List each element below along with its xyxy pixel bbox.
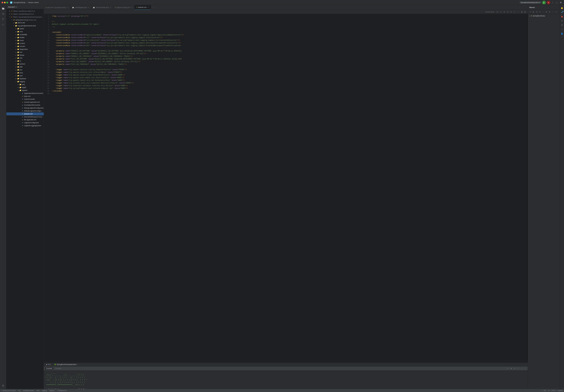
right-notifications-icon[interactable]: 🔔: [560, 6, 564, 10]
maven-reload-button[interactable]: ↺: [529, 10, 532, 13]
activity-extensions-icon[interactable]: ⊞: [1, 383, 6, 388]
tree-item-jar[interactable]: 🗃 spring-boot-3.3.0.jar library root: [6, 18, 44, 21]
tree-item-info[interactable]: 📁 info: [6, 57, 44, 60]
search-button[interactable]: ⌕: [555, 1, 558, 4]
clear-console-button[interactable]: ⊘: [513, 367, 516, 370]
tree-item-appnameconv[interactable]: ● ApplicationNameConverter: [6, 92, 44, 95]
restart-button[interactable]: ↺: [506, 367, 509, 370]
maven-collapse-button[interactable]: ⊟: [548, 10, 551, 13]
tree-item-io[interactable]: 📁 io: [6, 60, 44, 63]
close-button[interactable]: [2, 2, 3, 3]
actuator-tab[interactable]: Actuator: [54, 367, 63, 370]
tree-item-fileappender[interactable]: ◇ file-appender.xml: [6, 118, 44, 121]
encoding-item[interactable]: UTF-8: [551, 390, 555, 391]
tree-item-colorconv[interactable]: ● ColorConverter: [6, 98, 44, 101]
tree-item-maven1[interactable]: m Maven: org.slf4j:jul-to-slf4j:2.0.13: [6, 10, 44, 13]
tree-item-builder[interactable]: 📁 builder: [6, 36, 44, 39]
run-button[interactable]: ▶: [542, 1, 546, 4]
tab-defaultsxml[interactable]: ◇ defaults.xml ✕: [135, 5, 151, 10]
more-button[interactable]: ⋮: [517, 10, 520, 13]
tree-item-cloud[interactable]: 📁 cloud: [6, 39, 44, 42]
tree-item-diagnostics[interactable]: 📁 diagnostics: [6, 48, 44, 51]
tree-item-java[interactable]: 📁 java: [6, 83, 44, 86]
run-close-icon[interactable]: ✕: [77, 364, 78, 365]
activity-folder-icon[interactable]: [1, 6, 6, 11]
tab-pomxml[interactable]: ◇ pom.xml (SpringBootStudy) ✕: [44, 5, 70, 10]
more-tabs-button[interactable]: ⋮: [152, 6, 155, 9]
stop-button[interactable]: ■: [547, 1, 550, 4]
maven-tree[interactable]: ▶ m SpringBootStudy: [528, 14, 560, 389]
right-run-icon[interactable]: ●: [560, 10, 564, 14]
unfold-all-button[interactable]: ⊕: [503, 10, 506, 13]
settings-button[interactable]: ⚙: [559, 1, 562, 4]
more-options-button[interactable]: ⋮: [551, 1, 554, 4]
maximize-button[interactable]: [6, 2, 8, 3]
maven-run-button[interactable]: ▶: [532, 10, 535, 13]
sidebar-tree[interactable]: m Maven: org.slf4j:jul-to-slf4j:2.0.13 m…: [6, 9, 44, 389]
tree-item-maven3[interactable]: m Maven: org.springframework.boot:spring…: [6, 15, 44, 18]
tree-item-metainf[interactable]: 📁 META-INF: [6, 21, 44, 24]
tree-item-jms[interactable]: 📁 jms: [6, 68, 44, 71]
next-button[interactable]: ▶: [524, 10, 527, 13]
toggle-reader-mode-button[interactable]: ⊞: [496, 10, 499, 13]
maven-settings-button[interactable]: ⚙: [535, 10, 538, 13]
activity-search-icon[interactable]: [1, 12, 6, 16]
spring-run-tab[interactable]: 🌿 SpringBootStudyApplication ✕: [53, 363, 80, 366]
maven-refresh-button[interactable]: ⟳: [538, 10, 541, 13]
prev-button[interactable]: ◀: [520, 10, 523, 13]
right-terminal-icon[interactable]: ⊞: [560, 19, 564, 23]
tree-item-logging[interactable]: 📁 logging: [6, 80, 44, 83]
console-tab[interactable]: Console: [45, 367, 54, 370]
app-name[interactable]: SpringBootStudy: [13, 2, 25, 3]
tree-item-defaultsxml[interactable]: ◇ defaults.xml: [6, 112, 44, 115]
maven-search-button[interactable]: ⌕: [542, 10, 545, 13]
tree-item-maven2[interactable]: m Maven: org.slf4j:slf4j-api:2.0.13: [6, 13, 44, 15]
tree-item-liquibase[interactable]: 📁 liquibase: [6, 77, 44, 80]
search-console-button[interactable]: ⌕: [520, 367, 523, 370]
code-editor[interactable]: <?xml version="1.0" encoding="UTF-8"?> <…: [50, 14, 527, 361]
tree-item-admin[interactable]: 📁 admin: [6, 27, 44, 30]
tree-item-flyway[interactable]: 📁 flyway: [6, 54, 44, 57]
tab-close-usermapper[interactable]: ✕: [88, 7, 90, 8]
tree-item-context[interactable]: 📁 context: [6, 42, 44, 45]
activity-git-icon[interactable]: [1, 17, 6, 22]
run-tab[interactable]: ▶ Run: [45, 363, 52, 366]
tree-item-ansi[interactable]: 📁 ansi: [6, 30, 44, 33]
tree-item-consolexml[interactable]: ◇ console-appender.xml: [6, 101, 44, 104]
fold-all-button[interactable]: ⊖: [499, 10, 502, 13]
tab-close-logbackspring[interactable]: ✕: [131, 7, 133, 8]
tab-close-pomxml[interactable]: ✕: [67, 7, 69, 8]
tree-item-log4j2[interactable]: 📁 log4j2: [6, 86, 44, 89]
minimize-button[interactable]: [4, 2, 6, 3]
run-config-selector[interactable]: SpringBootStudyApplication ▾: [520, 1, 541, 4]
tree-item-json[interactable]: 📁 json: [6, 74, 44, 77]
indent-item[interactable]: 4 spaces: [557, 390, 563, 391]
tree-item-jooq[interactable]: 📁 jooq: [6, 71, 44, 74]
tree-item-basexml[interactable]: ◇ base.xml: [6, 95, 44, 98]
ide-version-item[interactable]: ✓: [541, 390, 542, 392]
right-person-icon[interactable]: 👤: [560, 32, 564, 36]
position-item[interactable]: 30:1: [544, 390, 546, 391]
tab-usermapper[interactable]: ☕ UserMapper.java ✕: [70, 5, 91, 10]
tree-item-corridconv[interactable]: ● CorrelationIdConverter: [6, 104, 44, 107]
tree-item-orgspringframeworkboot[interactable]: 📁 org.springframework.boot: [6, 24, 44, 27]
close-editor-button[interactable]: ✕: [513, 10, 516, 13]
tree-item-availability[interactable]: 📁 availability: [6, 33, 44, 36]
tree-item-env[interactable]: 📁 env: [6, 51, 44, 54]
layout-button[interactable]: ⊟: [510, 10, 513, 13]
settings-button[interactable]: ⚙: [506, 10, 509, 13]
activity-debug-icon[interactable]: ▷: [1, 22, 6, 27]
tab-testcontroller[interactable]: ☕ TestController.java ✕: [91, 5, 113, 10]
tree-item-convert[interactable]: 📁 convert: [6, 45, 44, 48]
more-console-button[interactable]: ⋮: [524, 367, 527, 370]
tab-close-defaultsxml[interactable]: ✕: [147, 6, 149, 8]
tree-item-jackson[interactable]: 📁 jackson: [6, 63, 44, 66]
maven-link-button[interactable]: ⇥: [554, 10, 557, 13]
tree-item-extwhite[interactable]: ● ExtendedWhitespaceTrowableProxyConvert…: [6, 115, 44, 118]
tree-item-jdbc[interactable]: 📁 jdbc: [6, 66, 44, 68]
scroll-lock-button[interactable]: ⇓: [517, 367, 520, 370]
line-ending-item[interactable]: LF: [548, 390, 550, 391]
tree-item-logback[interactable]: 📁 logback: [6, 89, 44, 92]
horizontal-scrollbar[interactable]: [44, 361, 528, 362]
tab-close-testcontroller[interactable]: ✕: [110, 7, 112, 8]
